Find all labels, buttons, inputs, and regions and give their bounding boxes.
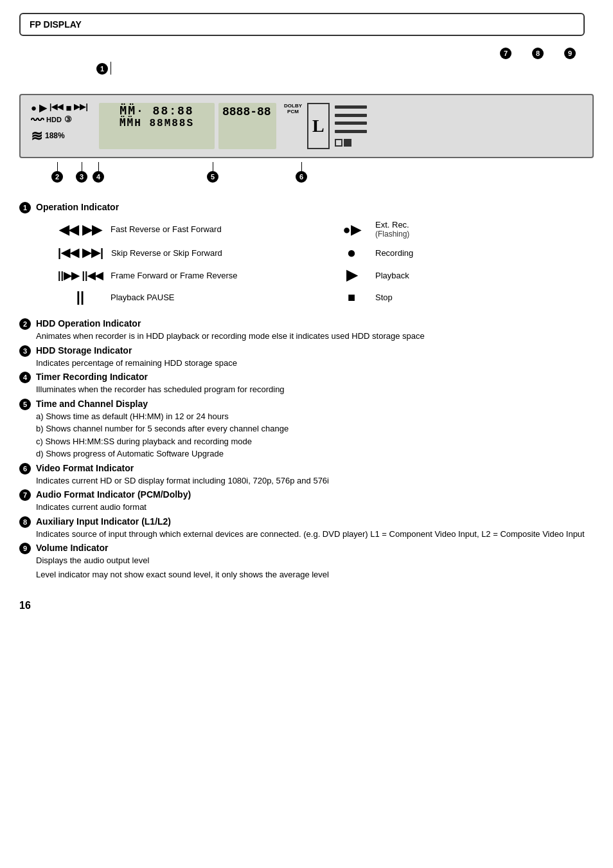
pause-label: Playback PAUSE xyxy=(111,293,174,302)
section3-num: 3 xyxy=(19,345,31,357)
fastrev-label: Fast Reverse or Fast Forward xyxy=(111,224,222,234)
op-item-frame: ||▶▶ ||◀◀ Frame Forward or Frame Reverse xyxy=(58,267,316,284)
op-item-recording: ● Recording xyxy=(335,244,594,262)
callout-2: 2 xyxy=(51,171,63,183)
op-row2: 〰 HDD ③ xyxy=(31,114,95,127)
callout-1: 1 xyxy=(96,63,108,75)
section1-title-block: 1 Operation Indicator xyxy=(19,202,594,213)
op-item-skiprev: |◀◀ ▶▶| Skip Reverse or Skip Forward xyxy=(58,244,316,262)
hdd-text: HDD xyxy=(46,116,62,127)
op-item-playback: ▶ Playback xyxy=(335,267,594,284)
frame-sym: ||▶▶ ||◀◀ xyxy=(58,269,103,282)
section5-items: a) Shows time as default (HH:MM) in 12 o… xyxy=(36,410,594,460)
play-symbol: ▶ xyxy=(39,103,47,113)
play-label: Playback xyxy=(375,271,409,280)
op-indicator-display: ● ▶ |◀◀ ■ ▶▶| 〰 HDD ③ ≋ 188% xyxy=(31,103,95,149)
frame-label: Frame Forward or Frame Reverse xyxy=(111,271,237,280)
pct-text: 188% xyxy=(45,132,65,143)
play-sym: ▶ xyxy=(335,267,368,284)
L-indicator: L xyxy=(307,103,330,149)
section2-num: 2 xyxy=(19,318,31,330)
extrec-label: Ext. Rec. xyxy=(375,220,409,230)
op-item-pause: || Playback PAUSE xyxy=(58,289,316,305)
sq2 xyxy=(344,139,351,147)
section7-title: Audio Format Indicator (PCM/Dolby) xyxy=(36,489,594,500)
section2-desc: Animates when recorder is in HDD playbac… xyxy=(36,330,594,343)
seg-time-display: M̈M̈· 88:88 M̈M̈H 88M88S xyxy=(99,103,215,149)
section8-content: Auxiliary Input Indicator (L1/L2) Indica… xyxy=(36,516,594,541)
section2-block: 2 HDD Operation Indicator Animates when … xyxy=(19,318,594,343)
section5-content: Time and Channel Display a) Shows time a… xyxy=(36,399,594,460)
section3-title: HDD Storage Indicator xyxy=(36,345,594,356)
op-indicator-grid: ◀◀ ▶▶ Fast Reverse or Fast Forward ●▶ Ex… xyxy=(58,220,594,305)
section9-content: Volume Indicator Displays the audio outp… xyxy=(36,543,594,581)
dolby-label: DOLBY xyxy=(284,103,302,109)
op-row1: ● ▶ |◀◀ ■ ▶▶| xyxy=(31,103,95,113)
seg-top-row: M̈M̈· 88:88 xyxy=(120,105,193,118)
section9-title: Volume Indicator xyxy=(36,543,594,553)
section5-item-d: d) Shows progress of Automatic Software … xyxy=(36,448,594,460)
seg-bot-row: M̈M̈H 88M88S xyxy=(120,118,194,130)
skipfwd-symbol: ▶▶| xyxy=(74,103,87,113)
volume-bars xyxy=(335,103,367,149)
rec-symbol: ● xyxy=(31,103,37,113)
stop-sym: ■ xyxy=(335,290,368,305)
wave2-symbol: ≋ xyxy=(31,129,42,143)
rec-label: Recording xyxy=(375,248,413,258)
section7-num: 7 xyxy=(19,489,31,501)
extrec-sub: (Flashing) xyxy=(375,230,409,239)
section7-desc: Indicates current audio format xyxy=(36,501,594,514)
section1-title: Operation Indicator xyxy=(36,202,119,212)
extrec-symbol: ●▶ xyxy=(335,222,368,237)
bar3 xyxy=(335,122,367,125)
section9-desc2: Level indicator may not show exact sound… xyxy=(36,568,594,581)
section9-desc1: Displays the audio output level xyxy=(36,554,594,567)
section5-item-b: b) Shows channel number for 5 seconds af… xyxy=(36,422,594,435)
section8-title: Auxiliary Input Indicator (L1/L2) xyxy=(36,516,594,527)
stop-label: Stop xyxy=(375,293,393,302)
op-item-extrec: ●▶ Ext. Rec. (Flashing) xyxy=(335,220,594,239)
callout-3: 3 xyxy=(76,171,87,183)
section9-block: 9 Volume Indicator Displays the audio ou… xyxy=(19,543,594,581)
timer-symbol: ③ xyxy=(64,115,72,127)
callout-4: 4 xyxy=(93,171,104,183)
callout-7: 7 xyxy=(500,48,511,59)
ch-top: 8888-88 xyxy=(222,105,272,120)
section7-block: 7 Audio Format Indicator (PCM/Dolby) Ind… xyxy=(19,489,594,514)
section9-num: 9 xyxy=(19,543,31,554)
section5-block: 5 Time and Channel Display a) Shows time… xyxy=(19,399,594,460)
section5-title: Time and Channel Display xyxy=(36,399,594,409)
op-item-fastrev: ◀◀ ▶▶ Fast Reverse or Fast Forward xyxy=(58,220,316,239)
section5-item-a: a) Shows time as default (HH:MM) in 12 o… xyxy=(36,410,594,423)
section6-content: Video Format Indicator Indicates current… xyxy=(36,463,594,487)
stop-symbol: ■ xyxy=(66,103,71,113)
right-indicators: DOLBY PCM L xyxy=(284,103,367,149)
section3-block: 3 HDD Storage Indicator Indicates percen… xyxy=(19,345,594,370)
bar2 xyxy=(335,114,367,117)
skiprev-label: Skip Reverse or Skip Forward xyxy=(111,248,222,258)
rec-sym: ● xyxy=(335,244,368,262)
callout-8: 8 xyxy=(532,48,544,59)
ch-display: 8888-88 xyxy=(218,103,276,149)
section4-content: Timer Recording Indicator Illuminates wh… xyxy=(36,372,594,396)
sq1 xyxy=(335,139,342,147)
fastrev-symbol: ◀◀ ▶▶ xyxy=(58,222,103,237)
fp-display-box: FP DISPLAY xyxy=(19,13,585,36)
op-row3: ≋ 188% xyxy=(31,129,95,143)
ch-bot xyxy=(222,120,272,131)
pause-sym: || xyxy=(58,289,103,305)
section5-item-c: c) Shows HH:MM:SS during playback and re… xyxy=(36,435,594,448)
pcm-label: PCM xyxy=(287,109,299,114)
section8-num: 8 xyxy=(19,516,31,528)
section3-content: HDD Storage Indicator Indicates percenta… xyxy=(36,345,594,370)
display-panel-wrapper: 7 8 9 1 ● ▶ |◀◀ ■ ▶▶| 〰 HDD ③ xyxy=(19,48,594,183)
section4-title: Timer Recording Indicator xyxy=(36,372,594,382)
dolby-pcm-indicator: DOLBY PCM xyxy=(284,103,302,149)
callout-9: 9 xyxy=(564,48,576,59)
fp-display-title: FP DISPLAY xyxy=(30,19,82,30)
op-item-stop: ■ Stop xyxy=(335,289,594,305)
section5-num: 5 xyxy=(19,399,31,410)
section7-content: Audio Format Indicator (PCM/Dolby) Indic… xyxy=(36,489,594,514)
callout-6: 6 xyxy=(296,171,307,183)
display-panel: ● ▶ |◀◀ ■ ▶▶| 〰 HDD ③ ≋ 188% M̈M̈· 88:88… xyxy=(19,94,594,158)
